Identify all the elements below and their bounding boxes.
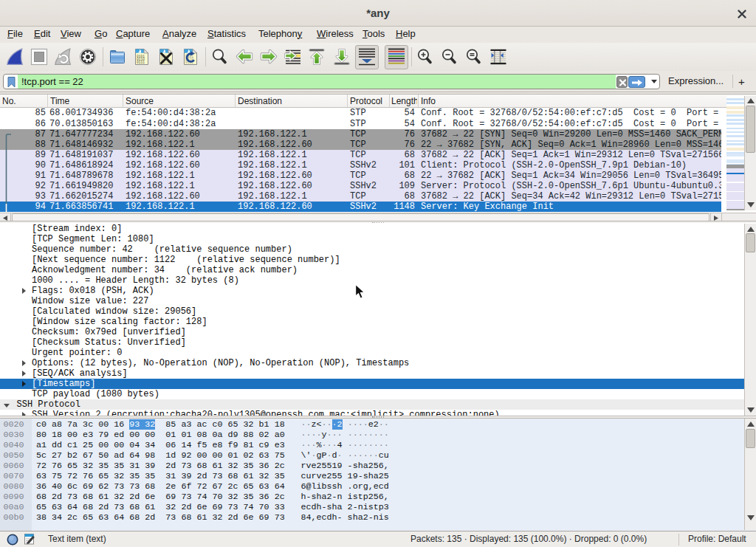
svg-text:0111: 0111: [137, 61, 145, 64]
